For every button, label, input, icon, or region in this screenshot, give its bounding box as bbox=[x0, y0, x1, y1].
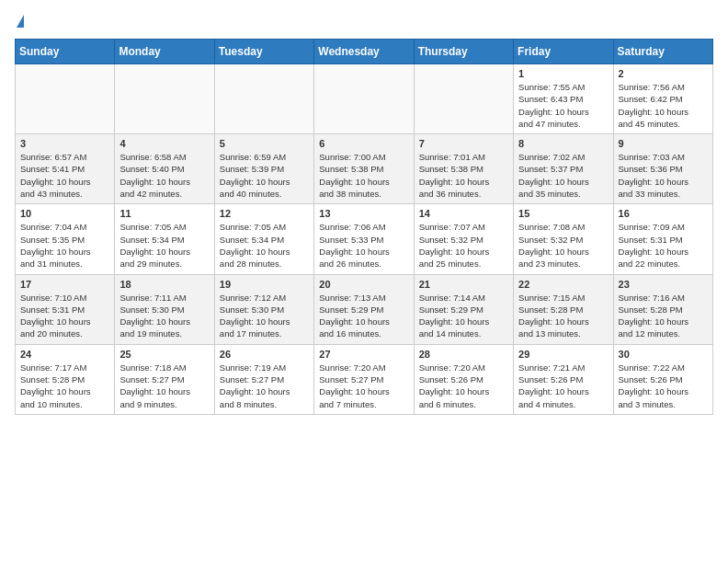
calendar-day-cell: 26Sunrise: 7:19 AM Sunset: 5:27 PM Dayli… bbox=[214, 344, 313, 414]
calendar-day-cell: 11Sunrise: 7:05 AM Sunset: 5:34 PM Dayli… bbox=[115, 204, 214, 274]
day-number: 9 bbox=[619, 138, 708, 149]
day-info: Sunrise: 6:59 AM Sunset: 5:39 PM Dayligh… bbox=[220, 151, 309, 200]
calendar-day-cell: 19Sunrise: 7:12 AM Sunset: 5:30 PM Dayli… bbox=[214, 274, 313, 344]
day-number: 4 bbox=[119, 138, 209, 149]
weekday-header: Thursday bbox=[414, 40, 513, 64]
calendar-day-cell: 25Sunrise: 7:18 AM Sunset: 5:27 PM Dayli… bbox=[115, 344, 214, 414]
weekday-header: Sunday bbox=[16, 40, 115, 64]
day-info: Sunrise: 7:11 AM Sunset: 5:30 PM Dayligh… bbox=[119, 292, 209, 340]
day-number: 25 bbox=[119, 349, 209, 360]
weekday-header: Tuesday bbox=[214, 40, 313, 64]
calendar-table: SundayMondayTuesdayWednesdayThursdayFrid… bbox=[15, 39, 713, 415]
calendar-day-cell: 6Sunrise: 7:00 AM Sunset: 5:38 PM Daylig… bbox=[314, 134, 414, 204]
day-info: Sunrise: 7:55 AM Sunset: 6:43 PM Dayligh… bbox=[518, 81, 608, 130]
day-info: Sunrise: 7:07 AM Sunset: 5:32 PM Dayligh… bbox=[419, 221, 508, 270]
day-info: Sunrise: 7:05 AM Sunset: 5:34 PM Dayligh… bbox=[119, 221, 209, 270]
day-info: Sunrise: 7:14 AM Sunset: 5:29 PM Dayligh… bbox=[419, 292, 508, 340]
calendar-day-cell bbox=[16, 64, 115, 134]
day-info: Sunrise: 7:01 AM Sunset: 5:38 PM Dayligh… bbox=[419, 151, 508, 200]
day-number: 12 bbox=[220, 208, 309, 219]
calendar-week-row: 17Sunrise: 7:10 AM Sunset: 5:31 PM Dayli… bbox=[16, 274, 713, 344]
logo-triangle-icon bbox=[17, 15, 24, 28]
calendar-day-cell: 14Sunrise: 7:07 AM Sunset: 5:32 PM Dayli… bbox=[414, 204, 513, 274]
day-number: 29 bbox=[518, 349, 608, 360]
day-info: Sunrise: 6:57 AM Sunset: 5:41 PM Dayligh… bbox=[20, 151, 109, 200]
day-number: 15 bbox=[518, 208, 608, 219]
calendar-day-cell: 18Sunrise: 7:11 AM Sunset: 5:30 PM Dayli… bbox=[115, 274, 214, 344]
day-info: Sunrise: 7:12 AM Sunset: 5:30 PM Dayligh… bbox=[220, 292, 309, 340]
calendar-day-cell: 23Sunrise: 7:16 AM Sunset: 5:28 PM Dayli… bbox=[613, 274, 712, 344]
calendar-day-cell: 8Sunrise: 7:02 AM Sunset: 5:37 PM Daylig… bbox=[514, 134, 613, 204]
calendar-day-cell: 5Sunrise: 6:59 AM Sunset: 5:39 PM Daylig… bbox=[214, 134, 313, 204]
calendar-day-cell: 13Sunrise: 7:06 AM Sunset: 5:33 PM Dayli… bbox=[314, 204, 414, 274]
day-number: 18 bbox=[119, 279, 209, 290]
day-info: Sunrise: 7:05 AM Sunset: 5:34 PM Dayligh… bbox=[220, 221, 309, 270]
calendar-day-cell: 1Sunrise: 7:55 AM Sunset: 6:43 PM Daylig… bbox=[514, 64, 613, 134]
calendar-day-cell: 15Sunrise: 7:08 AM Sunset: 5:32 PM Dayli… bbox=[514, 204, 613, 274]
weekday-header: Saturday bbox=[613, 40, 712, 64]
day-number: 13 bbox=[319, 208, 408, 219]
calendar-day-cell: 22Sunrise: 7:15 AM Sunset: 5:28 PM Dayli… bbox=[514, 274, 613, 344]
day-info: Sunrise: 6:58 AM Sunset: 5:40 PM Dayligh… bbox=[119, 151, 209, 200]
day-number: 2 bbox=[619, 68, 708, 79]
calendar-day-cell: 30Sunrise: 7:22 AM Sunset: 5:26 PM Dayli… bbox=[613, 344, 712, 414]
calendar-day-cell: 9Sunrise: 7:03 AM Sunset: 5:36 PM Daylig… bbox=[613, 134, 712, 204]
calendar-day-cell: 7Sunrise: 7:01 AM Sunset: 5:38 PM Daylig… bbox=[414, 134, 513, 204]
calendar-day-cell: 28Sunrise: 7:20 AM Sunset: 5:26 PM Dayli… bbox=[414, 344, 513, 414]
weekday-header: Monday bbox=[115, 40, 214, 64]
day-number: 21 bbox=[419, 279, 508, 290]
day-info: Sunrise: 7:20 AM Sunset: 5:27 PM Dayligh… bbox=[319, 362, 408, 410]
day-number: 19 bbox=[220, 279, 309, 290]
calendar-day-cell: 4Sunrise: 6:58 AM Sunset: 5:40 PM Daylig… bbox=[115, 134, 214, 204]
day-number: 1 bbox=[518, 68, 608, 79]
day-info: Sunrise: 7:20 AM Sunset: 5:26 PM Dayligh… bbox=[419, 362, 508, 410]
calendar-day-cell: 3Sunrise: 6:57 AM Sunset: 5:41 PM Daylig… bbox=[16, 134, 115, 204]
day-number: 14 bbox=[419, 208, 508, 219]
day-info: Sunrise: 7:10 AM Sunset: 5:31 PM Dayligh… bbox=[20, 292, 109, 340]
day-info: Sunrise: 7:03 AM Sunset: 5:36 PM Dayligh… bbox=[619, 151, 708, 200]
day-info: Sunrise: 7:08 AM Sunset: 5:32 PM Dayligh… bbox=[518, 221, 608, 270]
calendar-day-cell: 29Sunrise: 7:21 AM Sunset: 5:26 PM Dayli… bbox=[514, 344, 613, 414]
day-number: 28 bbox=[419, 349, 508, 360]
calendar-day-cell: 21Sunrise: 7:14 AM Sunset: 5:29 PM Dayli… bbox=[414, 274, 513, 344]
day-info: Sunrise: 7:21 AM Sunset: 5:26 PM Dayligh… bbox=[518, 362, 608, 410]
calendar-day-cell: 10Sunrise: 7:04 AM Sunset: 5:35 PM Dayli… bbox=[16, 204, 115, 274]
day-number: 6 bbox=[319, 138, 408, 149]
day-info: Sunrise: 7:00 AM Sunset: 5:38 PM Dayligh… bbox=[319, 151, 408, 200]
calendar-day-cell bbox=[314, 64, 414, 134]
day-number: 5 bbox=[220, 138, 309, 149]
calendar-week-row: 3Sunrise: 6:57 AM Sunset: 5:41 PM Daylig… bbox=[16, 134, 713, 204]
calendar-day-cell bbox=[115, 64, 214, 134]
calendar-week-row: 10Sunrise: 7:04 AM Sunset: 5:35 PM Dayli… bbox=[16, 204, 713, 274]
day-info: Sunrise: 7:56 AM Sunset: 6:42 PM Dayligh… bbox=[619, 81, 708, 130]
calendar-day-cell: 17Sunrise: 7:10 AM Sunset: 5:31 PM Dayli… bbox=[16, 274, 115, 344]
calendar-day-cell: 16Sunrise: 7:09 AM Sunset: 5:31 PM Dayli… bbox=[613, 204, 712, 274]
day-info: Sunrise: 7:02 AM Sunset: 5:37 PM Dayligh… bbox=[518, 151, 608, 200]
calendar-day-cell: 2Sunrise: 7:56 AM Sunset: 6:42 PM Daylig… bbox=[613, 64, 712, 134]
calendar-day-cell bbox=[414, 64, 513, 134]
day-number: 26 bbox=[220, 349, 309, 360]
day-info: Sunrise: 7:16 AM Sunset: 5:28 PM Dayligh… bbox=[619, 292, 708, 340]
day-number: 27 bbox=[319, 349, 408, 360]
calendar-day-cell: 24Sunrise: 7:17 AM Sunset: 5:28 PM Dayli… bbox=[16, 344, 115, 414]
calendar-day-cell bbox=[214, 64, 313, 134]
day-number: 22 bbox=[518, 279, 608, 290]
logo bbox=[15, 15, 24, 28]
day-number: 3 bbox=[20, 138, 109, 149]
day-number: 30 bbox=[619, 349, 708, 360]
calendar-day-cell: 20Sunrise: 7:13 AM Sunset: 5:29 PM Dayli… bbox=[314, 274, 414, 344]
calendar-week-row: 24Sunrise: 7:17 AM Sunset: 5:28 PM Dayli… bbox=[16, 344, 713, 414]
calendar-header-row: SundayMondayTuesdayWednesdayThursdayFrid… bbox=[16, 40, 713, 64]
day-number: 23 bbox=[619, 279, 708, 290]
day-number: 16 bbox=[619, 208, 708, 219]
weekday-header: Wednesday bbox=[314, 40, 414, 64]
calendar-day-cell: 12Sunrise: 7:05 AM Sunset: 5:34 PM Dayli… bbox=[214, 204, 313, 274]
day-info: Sunrise: 7:22 AM Sunset: 5:26 PM Dayligh… bbox=[619, 362, 708, 410]
day-info: Sunrise: 7:06 AM Sunset: 5:33 PM Dayligh… bbox=[319, 221, 408, 270]
day-number: 8 bbox=[518, 138, 608, 149]
day-info: Sunrise: 7:19 AM Sunset: 5:27 PM Dayligh… bbox=[220, 362, 309, 410]
calendar-day-cell: 27Sunrise: 7:20 AM Sunset: 5:27 PM Dayli… bbox=[314, 344, 414, 414]
day-info: Sunrise: 7:09 AM Sunset: 5:31 PM Dayligh… bbox=[619, 221, 708, 270]
day-number: 20 bbox=[319, 279, 408, 290]
calendar-week-row: 1Sunrise: 7:55 AM Sunset: 6:43 PM Daylig… bbox=[16, 64, 713, 134]
